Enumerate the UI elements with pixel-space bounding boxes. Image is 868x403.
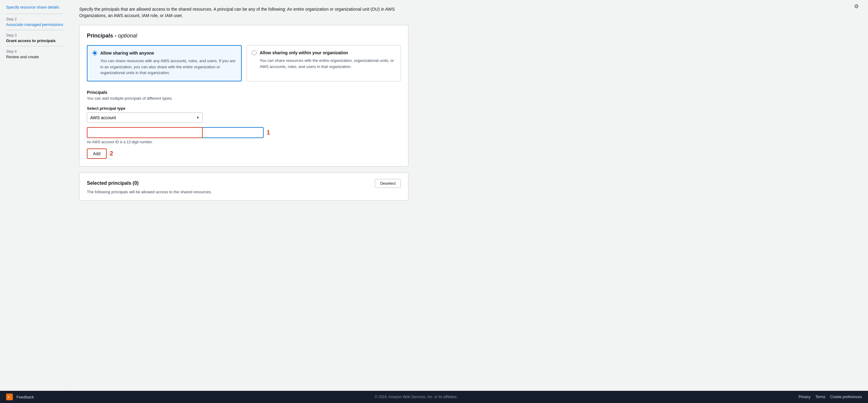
selected-principals-panel: Selected principals (0) Deselect The fol… xyxy=(79,173,408,200)
sidebar-divider-1 xyxy=(6,14,64,14)
account-id-hint: An AWS account ID is a 12-digit number. xyxy=(87,140,401,144)
deselect-button[interactable]: Deselect xyxy=(375,179,401,188)
footer-cookies-link[interactable]: Cookie preferences xyxy=(830,395,862,399)
sharing-radio-org[interactable] xyxy=(252,50,257,55)
sidebar-step3-number: Step 3 xyxy=(6,33,64,37)
cloudshell-icon[interactable]: >_ xyxy=(6,394,13,400)
account-id-input-row: 1 xyxy=(87,127,401,138)
sharing-option-org-desc: You can share resources with the entire … xyxy=(252,58,396,69)
footer-terms-link[interactable]: Terms xyxy=(815,395,825,399)
principal-type-select[interactable]: AWS account IAM role IAM user Organizati… xyxy=(87,113,203,123)
principal-type-label: Select principal type xyxy=(87,106,401,111)
sharing-option-org-only[interactable]: Allow sharing only within your organizat… xyxy=(247,45,401,82)
sidebar-step3-label: Grant access to principals xyxy=(6,38,56,43)
principals-label: Principals xyxy=(87,90,401,95)
footer-right: Privacy Terms Cookie preferences xyxy=(799,395,862,399)
account-id-input[interactable] xyxy=(87,127,203,138)
sharing-option-org-label: Allow sharing only within your organizat… xyxy=(260,50,348,55)
selected-principals-desc: The following principals will be allowed… xyxy=(87,190,401,194)
feedback-link[interactable]: Feedback xyxy=(17,395,34,399)
sidebar-step-4: Step 4 Review and create xyxy=(6,50,64,59)
sidebar-step4-label: Review and create xyxy=(6,55,39,59)
sidebar-divider-2 xyxy=(6,30,64,30)
principals-sublabel: You can add multiple principals of diffe… xyxy=(87,96,401,101)
panel-title: Principals - optional xyxy=(87,33,401,39)
annotation-2: 2 xyxy=(110,150,113,157)
sidebar-divider-3 xyxy=(6,46,64,46)
add-button[interactable]: Add xyxy=(87,149,107,159)
sidebar-step-2: Step 2 Associate managed permissions xyxy=(6,17,64,27)
sharing-radio-anyone[interactable] xyxy=(92,51,97,56)
footer: >_ Feedback © 2024, Amazon Web Services,… xyxy=(0,391,868,403)
footer-left: >_ Feedback xyxy=(6,394,34,400)
main-content: ⚙ Specify the principals that are allowe… xyxy=(70,0,868,391)
add-button-wrapper: Add 2 xyxy=(87,149,401,159)
sidebar: Specify resource share details Step 2 As… xyxy=(0,0,70,391)
settings-icon[interactable]: ⚙ xyxy=(854,3,859,10)
selected-principals-title: Selected principals (0) xyxy=(87,181,139,186)
sidebar-step-3: Step 3 Grant access to principals xyxy=(6,33,64,43)
sidebar-step2-number: Step 2 xyxy=(6,17,64,21)
sharing-option-anyone-desc: You can share resources with any AWS acc… xyxy=(92,58,236,76)
principal-type-select-wrapper: AWS account IAM role IAM user Organizati… xyxy=(87,113,203,123)
sharing-option-anyone[interactable]: Allow sharing with anyone You can share … xyxy=(87,45,242,82)
sidebar-step4-number: Step 4 xyxy=(6,50,64,54)
sharing-options: Allow sharing with anyone You can share … xyxy=(87,45,401,82)
principals-panel: Principals - optional Allow sharing with… xyxy=(79,25,408,166)
sidebar-step2-label[interactable]: Associate managed permissions xyxy=(6,22,63,27)
annotation-1: 1 xyxy=(267,129,270,136)
page-description: Specify the principals that are allowed … xyxy=(79,6,408,19)
footer-copyright: © 2024, Amazon Web Services, Inc. or its… xyxy=(375,395,458,399)
sidebar-step1-link[interactable]: Specify resource share details xyxy=(6,5,64,9)
selected-principals-header: Selected principals (0) Deselect xyxy=(87,179,401,188)
footer-privacy-link[interactable]: Privacy xyxy=(799,395,810,399)
account-id-input-ext[interactable] xyxy=(203,127,264,138)
sharing-option-anyone-label: Allow sharing with anyone xyxy=(100,51,154,56)
